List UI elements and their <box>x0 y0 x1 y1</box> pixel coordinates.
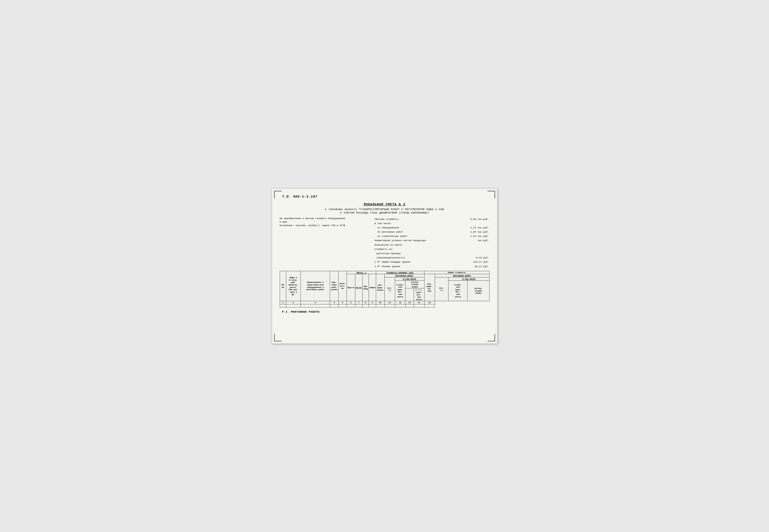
num-13: 13 <box>405 301 414 304</box>
th-obschaya: общая <box>369 274 376 301</box>
th-vtch-zar: в т.ч.зара-бот-нойплаты <box>414 288 424 301</box>
title-section: ЛОКАЛЬНАЯ СМЕТА № 2 к типовому проекту "… <box>280 203 489 214</box>
th-oborud-obsch: обо-рудо-ва-ния <box>424 274 435 301</box>
th-shifr: Шифр и№ пози-ций,прейску-ранта,УСН,цен-н… <box>286 271 301 301</box>
norm-value: тыс.руб. <box>455 239 489 242</box>
num-10: 10 <box>376 301 384 304</box>
th-oborud-stoimost: обо-рудо-вания <box>376 274 384 301</box>
th-obschaya-stoimost: Общая стоимость <box>424 271 489 274</box>
main-title: ЛОКАЛЬНАЯ СМЕТА № 2 <box>280 203 489 206</box>
proizv-value: 0,33 руб. <box>455 256 489 260</box>
num-9: 9 <box>369 301 376 304</box>
num-12: 12 <box>395 301 405 304</box>
main-table: №№пп Шифр и№ пози-ций,прейску-ранта,УСН,… <box>280 271 489 308</box>
th-kolichestvo: Коли-чест-во <box>338 271 347 301</box>
th-ekspluat-all <box>405 288 414 301</box>
num-4: 4 <box>330 301 338 304</box>
th-edinica: Еди-ницаизме-рения <box>330 271 338 301</box>
th-vsego-obsch: все-го <box>435 277 448 301</box>
th-montazh-obsch: монтажных работ <box>435 274 489 277</box>
m2-label: 1 М² общей площади здания <box>375 260 454 264</box>
info-left-line2: и арм. <box>280 220 368 224</box>
corner-bl <box>274 334 282 341</box>
th-osnov-zar: основ-нойзара-бот-нойплаты <box>395 280 405 301</box>
info-left-line3: Основание: чертежи, альбом I, марка ГСВ … <box>280 224 368 227</box>
norm-label: Нормативная условно-чистая продукция <box>375 239 454 242</box>
th-brutto: брутто <box>347 274 355 301</box>
corner-tl <box>274 191 282 198</box>
corner-tr <box>487 191 495 198</box>
th-montazh-rabot: монтажных работ <box>384 274 424 277</box>
th-naim: Наименование ихарактеристикаоборудования… <box>301 271 330 301</box>
th-vtom-chisle-stoi: в том числе <box>395 277 424 280</box>
b-label: б) монтажных работ <box>375 230 454 234</box>
pokaz-label: Показатели по смете: <box>375 243 454 247</box>
a-value: 1,72 тыс.руб. <box>455 226 489 230</box>
section-label: Р.I. МОНТАЖНЫЕ РАБОТЫ <box>282 310 489 313</box>
th-osnov-zar-obsch: основ-нойзара-бот-нойплаты <box>448 280 467 301</box>
subtitle1: к типовому проекту "ГАЗОРЕГУЛЯТОРНЫЙ ПУН… <box>280 208 489 211</box>
m3-value: 36,21 руб. <box>455 265 489 268</box>
raschet-label: расчетную единицу <box>375 252 454 255</box>
info-left: На приобретение и монтаж газового оборуд… <box>280 217 368 269</box>
document-page: Т.П. 905-1-3.187 ЛОКАЛЬНАЯ СМЕТА № 2 к т… <box>272 189 497 344</box>
stoim-label: Стоимость на: <box>375 247 454 251</box>
th-massa: Масса, т <box>347 271 376 274</box>
num-7: 7 <box>355 301 363 304</box>
num-5: 5 <box>338 301 347 304</box>
th-ekspluat-obsch: эксплу-атациимашин <box>467 280 489 301</box>
info-section: На приобретение и монтаж газового оборуд… <box>280 217 489 269</box>
b-value: 2,83 тыс.руб. <box>455 230 489 234</box>
v-label: в) отроительных работ <box>375 234 454 238</box>
num-6: 6 <box>347 301 355 304</box>
num-2: 2 <box>286 301 301 304</box>
th-netto: нетто <box>355 274 363 301</box>
th-vtom-chisle-obsch: в том числе <box>448 277 489 280</box>
th-vsego-stoi: все-го <box>384 277 395 301</box>
th-stoimost-edinicy: Стоимость единицы, руб. <box>376 271 424 274</box>
m2-value: 122,47 руб. <box>455 260 489 264</box>
th-odi: оди-ницы <box>363 274 369 301</box>
num-1: 1 <box>280 301 286 304</box>
v-value: 1,54 тыс.руб. <box>455 234 489 238</box>
num-11: 11 <box>384 301 395 304</box>
num-8: 8 <box>363 301 369 304</box>
m3-label: 1 М³ объема здания <box>375 265 454 268</box>
vtch-label: в том числе: <box>375 222 454 225</box>
info-right: Сметная стоимость 6,09 тыс.руб. в том чи… <box>374 217 489 269</box>
smet-value: 6,09 тыс.руб. <box>455 217 489 221</box>
num-3: 3 <box>301 301 330 304</box>
corner-br <box>487 334 495 341</box>
num-14: 14 <box>414 301 424 304</box>
table-row <box>280 304 489 307</box>
doc-id: Т.П. 905-1-3.187 <box>282 195 489 199</box>
proizv-label: (производительность) <box>375 256 454 260</box>
smet-label: Сметная стоимость <box>375 217 454 221</box>
th-nn: №№пп <box>280 271 286 301</box>
th-ekspluat: эксплу-атациимашин <box>405 280 424 288</box>
info-left-line1: На приобретение и монтаж газового оборуд… <box>280 217 368 220</box>
num-15: 15 <box>424 301 435 304</box>
subtitle2: С УЧЕТОМ РАСХОДА ГАЗА ДИАФРАГМОЙ (СТЕНЫ … <box>280 211 489 214</box>
a-label: а) оборудования <box>375 226 454 230</box>
